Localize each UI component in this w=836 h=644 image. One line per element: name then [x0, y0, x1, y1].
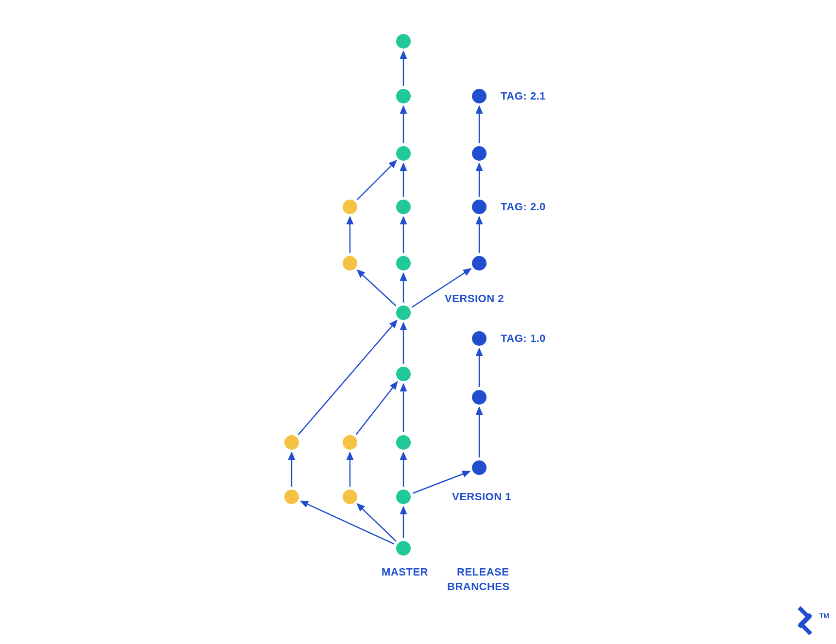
commit-m8 — [396, 89, 411, 103]
label-tag-2-0: TAG: 2.0 — [501, 201, 546, 213]
commit-m5 — [396, 256, 411, 271]
edge-m0-f1a1 — [301, 501, 394, 544]
edge-f1a2-m4 — [298, 321, 397, 435]
label-release: RELEASE — [457, 566, 509, 578]
commit-r2c — [472, 146, 487, 161]
commit-m3 — [396, 367, 411, 381]
commit-f1a2 — [284, 435, 299, 450]
edge-f2b-m7 — [357, 161, 396, 200]
edge-m4-f2a — [357, 270, 396, 305]
label-version-2: VERSION 2 — [445, 292, 504, 305]
trademark-text: TM — [819, 612, 829, 620]
commit-m2 — [396, 435, 411, 450]
commit-m1 — [396, 490, 411, 504]
commit-r2d — [472, 89, 487, 103]
commit-f2a — [343, 256, 357, 271]
edge-m1-r1a — [413, 472, 470, 493]
git-branch-diagram — [0, 0, 836, 644]
commit-f1b2 — [343, 435, 357, 450]
commit-m4 — [396, 305, 411, 320]
commit-m6 — [396, 200, 411, 214]
commit-m7 — [396, 146, 411, 161]
commit-r1c — [472, 331, 487, 346]
commit-m0 — [396, 541, 411, 556]
commit-f1a1 — [284, 490, 299, 504]
commit-f1b1 — [343, 490, 357, 504]
label-tag-1-0: TAG: 1.0 — [501, 332, 546, 345]
toptal-logo-icon — [790, 606, 819, 635]
label-master: MASTER — [382, 566, 428, 578]
commit-r1b — [472, 390, 487, 405]
commit-r2b — [472, 200, 487, 214]
commit-m9 — [396, 34, 411, 49]
edge-f1b2-m3 — [356, 382, 397, 435]
label-version-1: VERSION 1 — [452, 491, 511, 503]
commit-r1a — [472, 460, 487, 475]
commit-r2a — [472, 256, 487, 271]
label-release-line2: BRANCHES — [447, 580, 510, 593]
label-tag-2-1: TAG: 2.1 — [501, 90, 546, 102]
commit-f2b — [343, 200, 357, 214]
